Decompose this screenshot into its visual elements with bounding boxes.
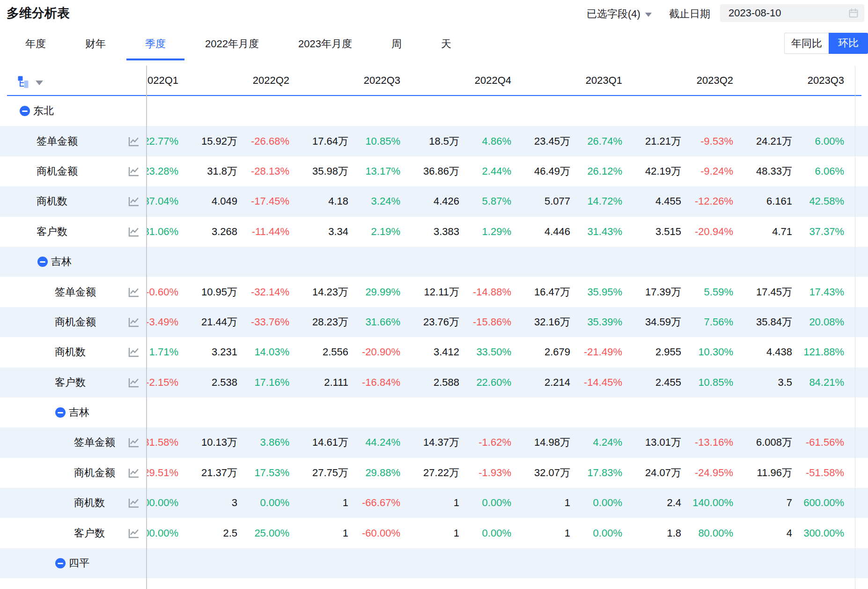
metric-label: 签单金额 [37,134,78,148]
tab-1[interactable]: 财年 [66,29,125,60]
quarter-cell: 27.22万-1.93% [400,458,511,488]
cell-value: 4 [733,527,792,539]
group-row[interactable]: 吉林 [0,247,868,277]
cell-change: -16.84% [348,376,400,389]
metric-label: 客户数 [74,526,105,540]
metric-label: 签单金额 [55,285,96,299]
line-chart-icon[interactable] [127,377,140,391]
chevron-down-icon [645,13,652,17]
column-header-5: 2023Q2 [622,60,733,95]
quarter-cell: 7600.00% [733,488,844,518]
quarter-cell: 1.71% [147,337,178,367]
quarter-cell: 4.44631.43% [511,217,622,247]
group-row[interactable]: 吉林 [0,398,868,427]
cell-change: 26.74% [570,135,622,147]
cell-value: 3 [178,497,237,509]
selected-fields-dropdown[interactable]: 已选字段(4) [587,7,652,21]
quarter-cell: 1-60.00% [289,518,400,548]
quarter-cell: 5.07714.72% [511,186,622,216]
line-chart-icon[interactable] [127,287,140,301]
quarter-cell: 21.44万-33.76% [178,307,289,337]
cell-change: 31.58% [147,436,178,449]
quarter-cell: 1-66.67% [289,488,400,518]
cell-value: 31.8万 [178,164,237,178]
group-row[interactable]: 四平 [0,548,868,578]
cell-value: 36.86万 [400,164,459,178]
quarter-cell: 6.008万-61.56% [733,427,844,457]
cell-value: 10.13万 [178,435,237,449]
metric-row: 签单金额31.58%10.13万3.86%14.61万44.24%14.37万-… [0,427,868,457]
cell-change: -66.67% [348,497,400,509]
line-chart-icon[interactable] [127,528,140,542]
group-row[interactable]: 东北 [0,96,868,126]
cell-value: 3.5 [733,376,792,389]
cell-value: 2.955 [622,346,681,358]
cell-change: 0.00% [459,497,511,509]
quarter-cell: 35.98万13.17% [289,156,400,186]
cell-value: 18.5万 [400,134,459,148]
minus-circle-icon[interactable] [55,407,66,418]
cell-value: 24.07万 [622,466,681,480]
quarter-cell: 2.45510.85% [622,368,733,398]
cell-change: -1.62% [459,436,511,449]
tab-0[interactable]: 年度 [7,29,65,60]
quarter-cell: -3.49% [147,307,178,337]
quarter-cell: 2.53817.16% [178,368,289,398]
metric-label: 客户数 [55,375,86,390]
tab-5[interactable]: 周 [373,29,420,60]
metric-label: 商机数 [37,194,67,208]
minus-circle-icon[interactable] [55,558,66,568]
line-chart-icon[interactable] [127,467,140,481]
group-label: 东北 [33,104,54,118]
cell-value: 13.01万 [622,435,681,449]
quarter-cell: 3.515-20.94% [622,217,733,247]
line-chart-icon[interactable] [127,346,140,361]
quarter-cell: 10.95万-32.14% [178,277,289,307]
quarter-cell: 2.214-14.45% [511,368,622,398]
tab-4[interactable]: 2023年月度 [280,29,371,60]
column-header-3: 2022Q4 [400,60,511,95]
quarter-cell: 21.37万17.53% [178,458,289,488]
frozen-pane-divider[interactable] [146,66,147,589]
cell-value: 4.438 [733,346,792,358]
line-chart-icon[interactable] [127,196,140,210]
line-chart-icon[interactable] [127,437,140,451]
quarter-cell: 2.679-21.49% [511,337,622,367]
cell-value: 7 [733,497,792,509]
hierarchy-tree-icon[interactable] [18,76,29,88]
tab-6[interactable]: 天 [422,29,470,60]
metric-row: 客户数-2.15%2.53817.16%2.111-16.84%2.58822.… [0,368,868,398]
quarter-cell: 4.049-17.45% [178,186,289,216]
compare-option-0[interactable]: 年同比 [784,33,829,54]
cell-value: 2.111 [289,376,348,389]
cell-change: 31.06% [147,226,178,238]
line-chart-icon[interactable] [127,497,140,511]
minus-circle-icon[interactable] [37,257,48,267]
line-chart-icon[interactable] [127,136,140,150]
cell-change: 17.16% [237,376,289,389]
cell-change: 00.00% [147,527,178,539]
group-label: 四平 [69,556,89,570]
tab-3[interactable]: 2022年月度 [186,29,278,60]
triangle-down-icon[interactable] [36,81,43,85]
quarter-cell: 17.64万10.85% [289,126,400,156]
right-edge-line [855,66,855,589]
line-chart-icon[interactable] [127,166,140,180]
cell-value: 2.588 [400,376,459,389]
quarter-cell: 29.51% [147,458,178,488]
multi-dim-analysis-page: 多维分析表 已选字段(4) 截止日期 2023-08-10 年度财年季度2022… [0,0,868,589]
cell-change: 4.24% [570,436,622,449]
cell-value: 48.33万 [733,164,792,178]
quarter-cell: 2.95510.30% [622,337,733,367]
line-chart-icon[interactable] [127,317,140,331]
cell-value: 1 [511,527,570,539]
line-chart-icon[interactable] [127,226,140,240]
cell-value: 3.34 [289,226,348,238]
compare-option-1[interactable]: 环比 [829,33,868,54]
quarter-cell: 10.00% [400,518,511,548]
metric-label: 商机金额 [55,315,96,329]
deadline-date-input[interactable]: 2023-08-10 [720,4,864,22]
tab-2[interactable]: 季度 [126,29,184,60]
minus-circle-icon[interactable] [20,106,30,116]
quarter-cell: -2.15% [147,368,178,398]
